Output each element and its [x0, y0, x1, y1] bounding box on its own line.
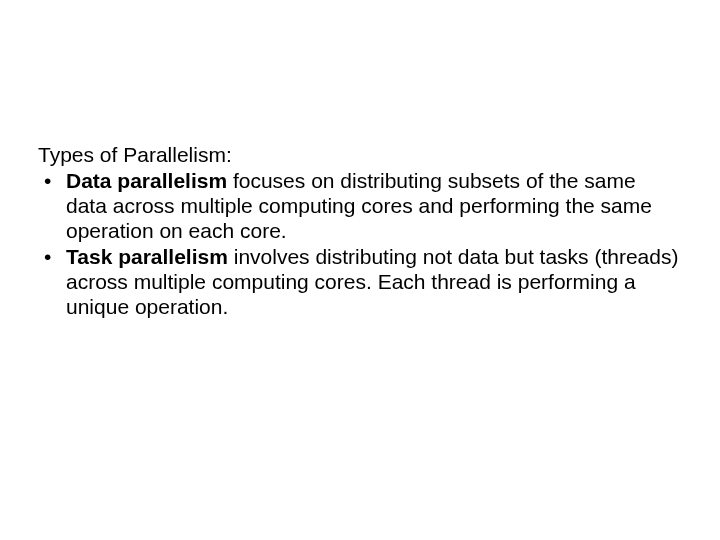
bullet-term: Data parallelism — [66, 169, 227, 192]
slide: Types of Parallelism: Data parallelism f… — [0, 0, 720, 540]
list-item: Task parallelism involves distributing n… — [38, 245, 680, 319]
bullet-list: Data parallelism focuses on distributing… — [38, 169, 680, 320]
list-item: Data parallelism focuses on distributing… — [38, 169, 680, 243]
heading-types-of-parallelism: Types of Parallelism: — [38, 142, 680, 167]
bullet-term: Task parallelism — [66, 245, 228, 268]
